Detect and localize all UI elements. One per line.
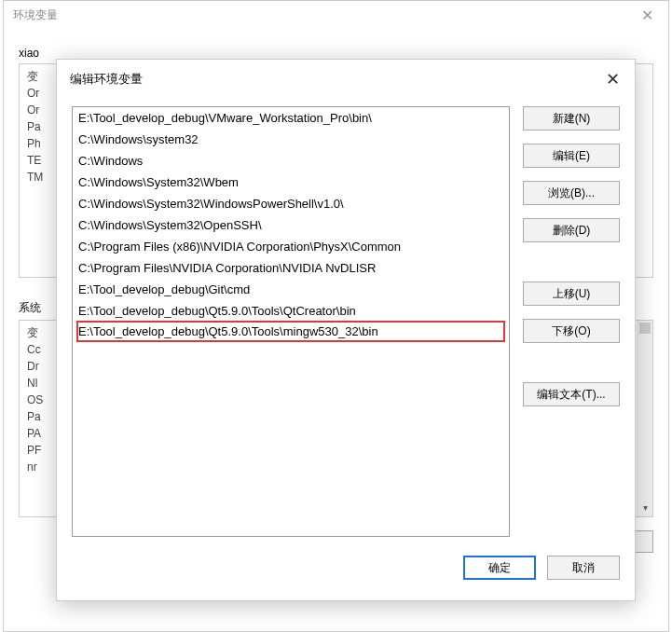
outer-title: 环境变量 (13, 7, 58, 23)
new-button[interactable]: 新建(N) (523, 106, 620, 131)
path-row[interactable]: C:\Windows\System32\WindowsPowerShell\v1… (73, 193, 509, 214)
scroll-thumb[interactable] (639, 323, 651, 334)
path-list[interactable]: E:\Tool_develop_debug\VMware_Workstation… (72, 106, 510, 537)
scroll-down-icon[interactable]: ▾ (638, 500, 652, 516)
path-row[interactable]: C:\Windows\System32\OpenSSH\ (73, 214, 509, 236)
path-row[interactable]: E:\Tool_develop_debug\Qt5.9.0\Tools\ming… (76, 321, 505, 342)
path-row[interactable]: E:\Tool_develop_debug\Git\cmd (73, 279, 509, 300)
close-icon[interactable]: ✕ (602, 69, 624, 89)
close-icon[interactable]: ✕ (636, 7, 659, 24)
path-row[interactable]: C:\Program Files (x86)\NVIDIA Corporatio… (73, 236, 509, 257)
inner-title: 编辑环境变量 (70, 71, 143, 88)
path-row[interactable]: C:\Program Files\NVIDIA Corporation\NVID… (73, 257, 509, 279)
browse-button[interactable]: 浏览(B)... (523, 181, 620, 205)
inner-title-bar: 编辑环境变量 ✕ (57, 60, 635, 99)
side-buttons: 新建(N) 编辑(E) 浏览(B)... 删除(D) 上移(U) 下移(O) 编… (523, 106, 620, 537)
dialog-button-row: 确定 取消 (57, 552, 635, 595)
scrollbar[interactable]: ▴ ▾ (637, 321, 652, 516)
move-up-button[interactable]: 上移(U) (523, 282, 620, 306)
outer-title-bar: 环境变量 ✕ (4, 1, 668, 30)
path-row[interactable]: C:\Windows\system32 (73, 129, 509, 150)
delete-button[interactable]: 删除(D) (523, 218, 620, 242)
edit-button[interactable]: 编辑(E) (523, 144, 620, 168)
edit-text-button[interactable]: 编辑文本(T)... (523, 382, 620, 406)
ok-button[interactable]: 确定 (463, 556, 536, 580)
path-row[interactable]: E:\Tool_develop_debug\VMware_Workstation… (73, 107, 509, 129)
path-row[interactable]: E:\Tool_develop_debug\Qt5.9.0\Tools\QtCr… (73, 300, 509, 322)
inner-body: E:\Tool_develop_debug\VMware_Workstation… (57, 99, 635, 552)
edit-env-var-dialog: 编辑环境变量 ✕ E:\Tool_develop_debug\VMware_Wo… (56, 59, 636, 601)
user-section-label: xiao (19, 47, 653, 60)
cancel-button[interactable]: 取消 (547, 556, 620, 580)
path-row[interactable]: C:\Windows (73, 150, 509, 172)
path-row[interactable]: C:\Windows\System32\Wbem (73, 172, 509, 193)
move-down-button[interactable]: 下移(O) (523, 319, 620, 343)
